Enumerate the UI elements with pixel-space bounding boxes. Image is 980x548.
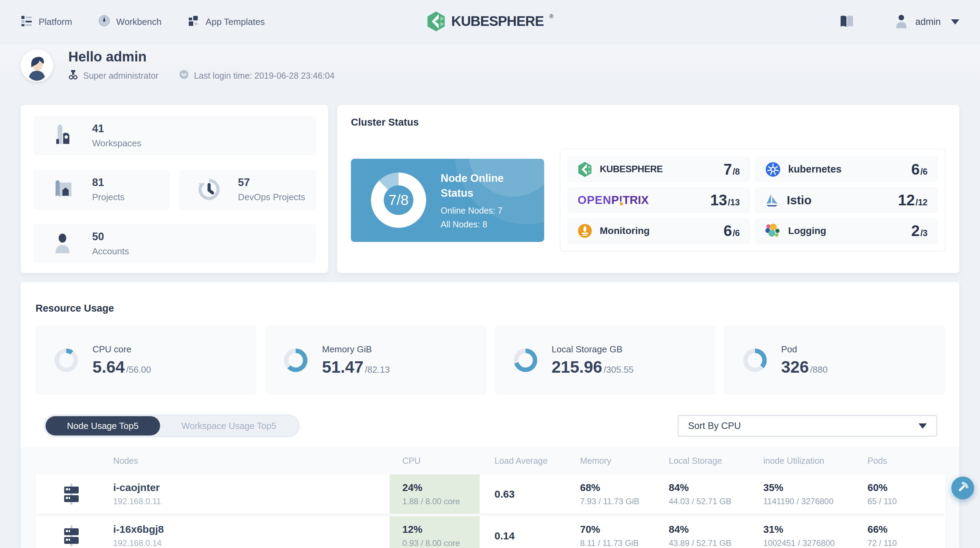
service-logging[interactable]: Logging 2/3 (755, 218, 938, 244)
service-total: /3 (920, 228, 928, 238)
node-ip: 192.168.0.14 (113, 538, 164, 548)
usage-tab-group: Node Usage Top5 Workspace Usage Top5 (44, 414, 299, 437)
cpu-donut (54, 349, 78, 372)
brand-name: KUBESPHERE (451, 11, 544, 31)
last-login: Last login time: 2019-06-28 23:46:04 (179, 70, 334, 81)
last-login-label: Last login time: 2019-06-28 23:46:04 (194, 71, 334, 81)
service-monitoring[interactable]: Monitoring 6/6 (567, 218, 750, 244)
kubesphere-logo-icon (426, 11, 446, 33)
accounts-label: Accounts (92, 246, 129, 257)
service-name: Monitoring (600, 225, 650, 236)
nav-item-app-templates[interactable]: App Templates (188, 15, 265, 29)
gauge-total: /880 (810, 365, 828, 375)
inode-cell: 31% 1002451 / 3276800 (763, 524, 867, 548)
col-header-storage: Local Storage (669, 456, 763, 466)
greeting-block: Hello admin Super administrator Last log… (68, 49, 334, 82)
tab-node-usage-top5[interactable]: Node Usage Top5 (46, 416, 160, 435)
service-openpitrix[interactable]: OPENP!TRIX 13/13 (567, 187, 750, 213)
nav-item-label: App Templates (206, 17, 265, 27)
greeting-banner: Hello admin Super administrator Last log… (0, 44, 980, 87)
node-online-donut: 7/8 (371, 172, 426, 228)
cpu-percent: 12% (402, 524, 480, 535)
storage-cell: 84% 44.03 / 52.71 GB (669, 482, 763, 506)
cpu-gauge-tile[interactable]: CPU core 5.64/56.00 (35, 325, 256, 395)
service-kubesphere[interactable]: KUBESPHERE 7/8 (567, 156, 750, 182)
service-total: /13 (728, 198, 740, 207)
service-value: 7 (724, 161, 732, 178)
sort-by-dropdown[interactable]: Sort By CPU (678, 415, 937, 436)
service-name: Istio (787, 193, 811, 207)
node-online-title: Node Online Status (441, 171, 537, 201)
inode-cell: 35% 1141190 / 3276800 (763, 482, 867, 506)
gauge-label: Pod (781, 344, 828, 355)
user-icon (895, 14, 908, 30)
role-icon (68, 69, 78, 82)
cluster-status-card: Cluster Status 7/8 Node Online Status On… (337, 105, 959, 273)
cpu-detail: 0.93 / 8.00 core (402, 538, 480, 548)
elastic-cluster-icon (765, 223, 781, 239)
service-total: /6 (920, 167, 928, 177)
memory-gauge-tile[interactable]: Memory GiB 51.47/82.13 (265, 325, 486, 395)
chevron-down-icon (919, 424, 927, 429)
accounts-count: 50 (92, 231, 129, 243)
top-nav: Platform Workbench App Templates KUBESPH… (0, 0, 980, 44)
memory-donut (284, 349, 307, 372)
cpu-cell: 24% 1.88 / 8.00 core (390, 475, 480, 513)
toolbox-fab-button[interactable] (951, 476, 974, 499)
service-total: /12 (915, 198, 928, 207)
istio-icon (765, 193, 779, 208)
clock-icon (179, 70, 189, 81)
docs-icon[interactable] (839, 15, 854, 29)
service-name: KUBESPHERE (600, 164, 663, 175)
col-header-pods: Pods (867, 456, 945, 466)
service-value: 2 (911, 222, 920, 239)
memory-cell: 68% 7.93 / 11.73 GiB (580, 482, 669, 506)
table-row[interactable]: i-16x6bgj8 192.168.0.14 12% 0.93 / 8.00 … (35, 516, 945, 548)
service-istio[interactable]: Istio 12/12 (755, 187, 938, 213)
projects-label: Projects (92, 192, 124, 202)
storage-gauge-tile[interactable]: Local Storage GB 215.96/305.55 (495, 325, 716, 395)
gauge-label: Memory GiB (322, 344, 390, 355)
pods-cell: 60% 65 / 110 (867, 482, 945, 506)
col-header-inode: inode Utilization (763, 456, 867, 466)
role-label: Super administrator (83, 71, 158, 81)
service-kubernetes[interactable]: kubernetes 6/6 (755, 156, 938, 182)
devops-label: DevOps Projects (238, 192, 305, 202)
gauge-label: Local Storage GB (552, 344, 634, 355)
pod-donut (743, 349, 767, 372)
resource-usage-title: Resource Usage (35, 303, 945, 314)
service-total: /8 (733, 167, 740, 177)
workspaces-label: Workspaces (92, 138, 142, 149)
pod-gauge-tile[interactable]: Pod 326/880 (724, 325, 945, 395)
accounts-tile[interactable]: 50 Accounts (33, 224, 316, 263)
node-online-status-card[interactable]: 7/8 Node Online Status Online Nodes: 7 A… (351, 159, 544, 242)
nav-right: admin (839, 14, 959, 30)
cluster-services-panel: KUBESPHERE 7/8 kubernetes 6/6 OPENP!TRIX… (560, 149, 945, 252)
nav-item-platform[interactable]: Platform (21, 15, 72, 29)
table-row[interactable]: i-caojnter 192.168.0.11 24% 1.88 / 8.00 … (35, 475, 945, 513)
tab-workspace-usage-top5[interactable]: Workspace Usage Top5 (160, 416, 298, 435)
online-nodes-label: Online Nodes: 7 (441, 206, 537, 216)
user-name: admin (915, 17, 941, 27)
platform-icon (21, 15, 32, 29)
cpu-detail: 1.88 / 8.00 core (402, 497, 480, 506)
node-online-ratio: 7/8 (384, 185, 414, 215)
gauge-value: 215.96 (552, 357, 603, 376)
service-value: 13 (710, 191, 727, 209)
kubesphere-logo[interactable]: KUBESPHERE ® (426, 11, 554, 33)
hammer-icon (956, 481, 969, 495)
service-value: 12 (898, 191, 915, 209)
storage-cell: 84% 43.89 / 52.71 GB (669, 524, 763, 548)
workspaces-tile[interactable]: 41 Workspaces (33, 116, 316, 155)
prometheus-icon (578, 224, 592, 238)
projects-tile[interactable]: 81 Projects (33, 170, 170, 209)
workspaces-icon (52, 124, 74, 147)
devops-projects-tile[interactable]: 57 DevOps Projects (179, 170, 316, 209)
nav-item-workbench[interactable]: Workbench (99, 15, 161, 29)
projects-icon (52, 178, 74, 201)
gauge-label: CPU core (92, 344, 151, 355)
gauge-total: /305.55 (603, 365, 633, 375)
node-icon (62, 484, 81, 505)
node-name: i-16x6bgj8 (113, 524, 164, 535)
user-menu[interactable]: admin (895, 14, 959, 30)
